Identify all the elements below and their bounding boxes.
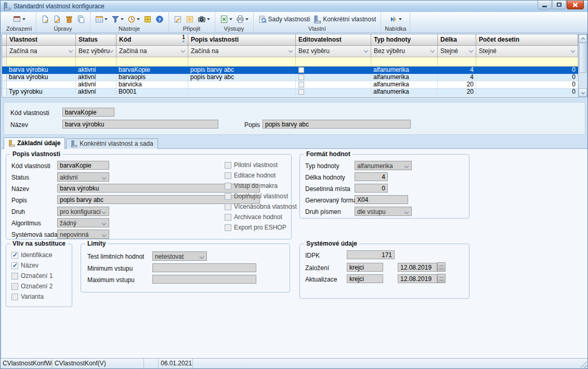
checkbox-oznaceni-2[interactable]: Označení 2 (11, 283, 53, 290)
aktualizace-date-spinner[interactable] (437, 274, 446, 283)
checkbox-varianta[interactable]: Varianta (11, 293, 44, 300)
column-header-delka[interactable]: Délka (438, 34, 476, 46)
edit-record-button[interactable] (52, 15, 62, 24)
typ-hodnoty-select[interactable]: alfanumerika (355, 161, 412, 170)
maximum-vstupu-input[interactable] (152, 275, 256, 284)
column-header-popis-vlastnosti[interactable]: Popis vlastnosti (188, 34, 296, 46)
scroll-down-button[interactable] (579, 88, 587, 97)
filter-select-typ-hodnoty[interactable]: Bez výběru (371, 46, 438, 57)
delka-hodnoty-input[interactable]: 4 (355, 172, 388, 181)
column-header-status[interactable]: Status (76, 34, 116, 46)
column-header-pocet-desetin[interactable]: Počet desetin (476, 34, 578, 46)
checkbox-identifikace[interactable]: Identifikace (11, 251, 53, 259)
note-button[interactable] (173, 15, 183, 24)
filter-input-editovatelnost[interactable] (296, 57, 371, 67)
kod-vlastnosti-label: Kód vlastnosti (10, 109, 49, 117)
filter-select-pocet-desetin[interactable]: Stejné (476, 46, 578, 57)
checkbox-pilotni-vlastnost[interactable]: Pilotní vlastnost (225, 161, 278, 169)
copy-record-button[interactable] (76, 15, 86, 24)
minimum-vstupu-input[interactable] (152, 263, 256, 272)
systemova-sada-select[interactable]: nepovinná (57, 230, 109, 239)
table-row[interactable]: aktivní barvicka alfanumerika 20 0 (2, 81, 578, 88)
filter-select-status[interactable]: Bez výběru (76, 46, 116, 57)
sady-vlastnosti-button[interactable]: Sady vlastnosti (257, 15, 311, 24)
editovatelnost-checkbox[interactable] (298, 74, 304, 80)
checkbox-oznaceni-1[interactable]: Označení 1 (11, 272, 53, 279)
zalozeni-date-spinner[interactable] (437, 262, 446, 272)
idpk-field[interactable]: 171 (347, 250, 395, 259)
filter-input-typ-hodnoty[interactable] (371, 57, 438, 67)
druh-pismen-select[interactable]: dle vstupu (355, 207, 412, 216)
filter-select-delka[interactable]: Stejné (438, 46, 476, 57)
editovatelnost-checkbox[interactable] (298, 67, 304, 73)
view-button[interactable] (12, 15, 27, 24)
scroll-up-button[interactable] (579, 34, 587, 43)
camera-button[interactable] (197, 15, 211, 24)
column-header-typ-hodnoty[interactable]: Typ hodnoty (371, 34, 438, 46)
close-button[interactable] (567, 1, 584, 9)
filter-select-kod[interactable]: Začíná na (116, 46, 188, 57)
column-header-vlastnost[interactable]: Vlastnost (7, 34, 76, 46)
select-value: nepovinná (60, 231, 88, 238)
table-row-selected[interactable]: barva výrobku aktivní barvaKopie popis b… (2, 67, 578, 74)
filter-input-status[interactable] (76, 57, 116, 67)
new-record-button[interactable] (40, 15, 50, 24)
table-row[interactable]: Typ výrobku aktivní B0001 alfanumerika 2… (2, 88, 578, 96)
zalozeni-user-field[interactable]: krejci (347, 263, 383, 272)
column-header-kod[interactable]: Kód 1▼ (116, 34, 188, 46)
filter-select-editovatelnost[interactable]: Bez výběru (296, 46, 371, 57)
checkbox-vstup-do-makra[interactable]: Vstup do makra (225, 182, 278, 189)
checkbox-doplnujici-vlastnost[interactable]: Doplňující vlastnost (225, 193, 288, 200)
algoritmus-select[interactable]: žádný (57, 218, 109, 227)
checkbox-editace-hodnot[interactable]: Editace hodnot (225, 172, 276, 179)
filter-input-delka[interactable] (438, 57, 476, 67)
list-button[interactable] (185, 15, 195, 24)
nazev-field[interactable]: barva výrobku (62, 120, 218, 129)
test-limitnich-hodnot-select[interactable]: netestovat (152, 251, 207, 261)
scrollbar-track[interactable] (579, 43, 587, 88)
table-tool-button[interactable] (94, 15, 109, 24)
calculator-button[interactable] (142, 15, 153, 24)
aktualizace-user-field[interactable]: krejci (347, 274, 383, 283)
select-value: pro konfiguraci (60, 208, 101, 215)
checkbox-icon (225, 172, 231, 179)
editovatelnost-checkbox[interactable] (298, 89, 304, 95)
history-button[interactable] (126, 15, 141, 24)
filter-button[interactable] (110, 15, 125, 24)
konkretni-vlastnost-button[interactable]: Konkrétní vlastnost (312, 15, 377, 24)
generovany-format-input[interactable]: X04 (355, 195, 408, 204)
scrollbar-thumb[interactable] (579, 43, 586, 73)
minimize-button[interactable] (538, 1, 552, 9)
excel-export-button[interactable] (219, 15, 233, 24)
druh-select[interactable]: pro konfiguraci (57, 207, 109, 216)
status-select[interactable]: aktivní (57, 172, 109, 182)
table-row[interactable]: barva výrobku aktivní barvaopis popis ba… (2, 74, 578, 81)
tab-konkretni-vlastnost-a-sada[interactable]: Konkrétní vlastnost a sada (66, 138, 158, 149)
desetinna-mista-input[interactable]: 0 (355, 184, 388, 193)
aktualizace-date-field[interactable]: 12.08.2019 (398, 274, 437, 283)
delete-record-button[interactable] (64, 15, 74, 24)
print-button[interactable] (235, 15, 250, 24)
cell-pocet-desetin: 0 (476, 74, 578, 81)
zalozeni-date-field[interactable]: 12.08.2019 (398, 263, 437, 272)
menu-button[interactable] (388, 15, 403, 24)
filter-select-vlastnost[interactable]: Začíná na (7, 46, 76, 57)
filter-input-pocet-desetin[interactable] (476, 57, 578, 67)
filter-input-kod[interactable] (116, 57, 188, 67)
column-header-editovatelnost[interactable]: Editovatelnost (296, 34, 371, 46)
maximize-button[interactable] (552, 1, 566, 9)
help-button[interactable]: ? (154, 15, 165, 24)
grid-scrollbar[interactable] (578, 34, 587, 97)
kod-vlastnosti-field[interactable]: barvaKopie (62, 108, 114, 117)
popis-field[interactable]: popis barvy abc (263, 120, 411, 129)
checkbox-nazev[interactable]: Název (11, 262, 38, 269)
filter-input-vlastnost[interactable] (7, 57, 76, 67)
checkbox-vicenasobna-vlastnost[interactable]: Vícenásobná vlastnost (225, 203, 297, 210)
editovatelnost-checkbox[interactable] (298, 82, 304, 87)
filter-input-popis[interactable] (188, 57, 296, 67)
kod-vlastnosti-input[interactable]: barvaKopie (57, 161, 109, 170)
filter-select-popis[interactable]: Začíná na (188, 46, 296, 57)
tab-zakladni-udaje[interactable]: Základní údaje (4, 137, 65, 149)
checkbox-export-pro-eshop[interactable]: Export pro ESHOP (225, 224, 286, 231)
checkbox-archivace-hodnot[interactable]: Archivace hodnot (225, 213, 282, 221)
